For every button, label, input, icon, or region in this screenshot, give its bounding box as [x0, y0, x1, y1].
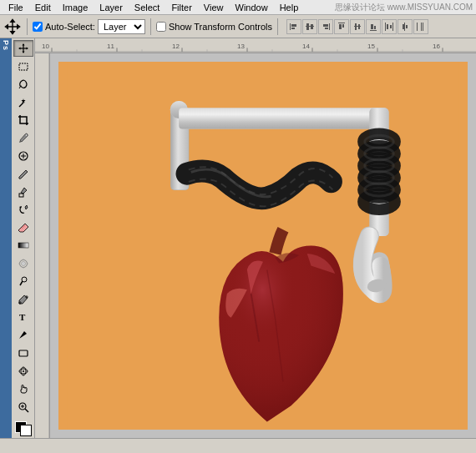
- history-brush-tool[interactable]: [13, 201, 33, 218]
- svg-rect-74: [35, 53, 50, 438]
- svg-line-31: [19, 103, 23, 107]
- spot-healing-tool[interactable]: [13, 148, 33, 164]
- lasso-tool[interactable]: [13, 76, 33, 93]
- pen-tool[interactable]: [13, 291, 33, 308]
- svg-rect-18: [385, 23, 386, 31]
- magic-wand-tool[interactable]: [13, 93, 33, 110]
- menu-filter[interactable]: Filter: [166, 2, 196, 13]
- svg-rect-10: [339, 24, 342, 29]
- svg-rect-27: [423, 23, 423, 31]
- ruler-left: [35, 53, 50, 438]
- blur-tool[interactable]: [13, 255, 33, 272]
- auto-select-label: Auto-Select:: [45, 22, 95, 32]
- svg-rect-20: [387, 24, 388, 29]
- svg-rect-13: [355, 23, 357, 30]
- clone-stamp-tool[interactable]: [13, 184, 33, 200]
- 3d-rotate-tool[interactable]: [13, 362, 33, 379]
- path-selection-tool[interactable]: [13, 327, 33, 344]
- gradient-tool[interactable]: [13, 237, 33, 254]
- canvas-content: [50, 53, 476, 438]
- ruler-top: 10 11 12 13 14 15 16: [35, 38, 476, 53]
- svg-rect-5: [311, 24, 313, 29]
- eyedropper-tool[interactable]: [13, 129, 33, 146]
- color-swatches[interactable]: [13, 420, 33, 436]
- svg-rect-26: [421, 23, 422, 31]
- type-tool[interactable]: T: [13, 309, 33, 325]
- toolbox: T: [12, 38, 35, 438]
- auto-select-checkbox[interactable]: [33, 22, 43, 32]
- move-tool[interactable]: [13, 40, 33, 57]
- marquee-tool[interactable]: [13, 58, 33, 74]
- layer-select[interactable]: Layer Group: [98, 19, 145, 34]
- align-left-btn[interactable]: [286, 19, 301, 34]
- crop-tool[interactable]: [13, 112, 33, 128]
- svg-rect-11: [342, 24, 344, 28]
- menu-select[interactable]: Select: [129, 2, 165, 13]
- svg-rect-84: [179, 108, 387, 129]
- menu-image[interactable]: Image: [58, 2, 94, 13]
- svg-rect-16: [371, 24, 373, 29]
- svg-text:12: 12: [172, 43, 180, 50]
- svg-rect-24: [406, 25, 408, 28]
- svg-text:14: 14: [302, 43, 311, 50]
- svg-text:11: 11: [107, 43, 114, 50]
- menu-window[interactable]: Window: [230, 2, 273, 13]
- svg-rect-9: [338, 23, 345, 23]
- svg-rect-6: [329, 23, 330, 30]
- svg-rect-19: [392, 23, 393, 31]
- show-transform-checkbox[interactable]: [156, 22, 166, 32]
- svg-rect-21: [390, 25, 392, 28]
- svg-point-32: [25, 134, 26, 135]
- zoom-tool[interactable]: [13, 398, 33, 415]
- shape-tool[interactable]: [13, 345, 33, 361]
- dodge-tool[interactable]: [13, 273, 33, 289]
- align-right-btn[interactable]: [318, 19, 333, 34]
- svg-rect-25: [417, 23, 418, 31]
- distribute-right-btn[interactable]: [413, 19, 428, 34]
- move-tool-btn[interactable]: [3, 18, 22, 36]
- distribute-center-btn[interactable]: [398, 19, 413, 34]
- ps-logo: Ps: [2, 40, 10, 51]
- svg-text:13: 13: [237, 43, 245, 50]
- canvas-image: [58, 62, 468, 430]
- svg-rect-1: [291, 24, 296, 27]
- hand-tool[interactable]: [13, 380, 33, 397]
- eraser-tool[interactable]: [13, 219, 33, 236]
- svg-text:T: T: [19, 312, 26, 322]
- svg-rect-38: [18, 243, 28, 248]
- svg-rect-7: [323, 24, 328, 27]
- menu-help[interactable]: Help: [275, 2, 304, 13]
- align-center-v-btn[interactable]: [302, 19, 317, 34]
- menu-file[interactable]: File: [3, 2, 28, 13]
- svg-text:15: 15: [367, 43, 375, 50]
- svg-rect-15: [370, 30, 377, 31]
- svg-rect-30: [19, 63, 28, 70]
- menu-edit[interactable]: Edit: [30, 2, 56, 13]
- auto-select-area: Auto-Select: Layer Group: [33, 19, 145, 34]
- align-bottom-btn[interactable]: [366, 19, 381, 34]
- options-toolbar: Auto-Select: Layer Group Show Transform …: [0, 15, 476, 38]
- svg-rect-17: [374, 26, 376, 29]
- align-top-btn[interactable]: [334, 19, 349, 34]
- svg-text:10: 10: [42, 43, 50, 50]
- show-transform-label: Show Transform Controls: [169, 22, 272, 32]
- svg-text:16: 16: [433, 43, 440, 50]
- artwork-svg: [58, 62, 468, 430]
- menu-layer[interactable]: Layer: [94, 2, 128, 13]
- svg-rect-52: [35, 38, 476, 53]
- menu-view[interactable]: View: [199, 2, 229, 13]
- brush-tool[interactable]: [13, 165, 33, 182]
- watermark-text: 思缘设计论坛 www.MISSYUAN.COM: [335, 2, 473, 13]
- distribute-left-btn[interactable]: [382, 19, 397, 34]
- status-bar: [0, 438, 476, 453]
- main-area: Ps: [0, 38, 476, 438]
- align-center-h-btn[interactable]: [350, 19, 365, 34]
- svg-rect-14: [358, 24, 360, 29]
- svg-rect-23: [403, 24, 404, 29]
- svg-rect-44: [19, 350, 28, 356]
- toolbar-sep-1: [27, 18, 28, 35]
- align-buttons: [286, 19, 428, 34]
- svg-line-49: [25, 409, 28, 412]
- toolbar-sep-3: [277, 18, 278, 35]
- svg-rect-0: [290, 23, 291, 30]
